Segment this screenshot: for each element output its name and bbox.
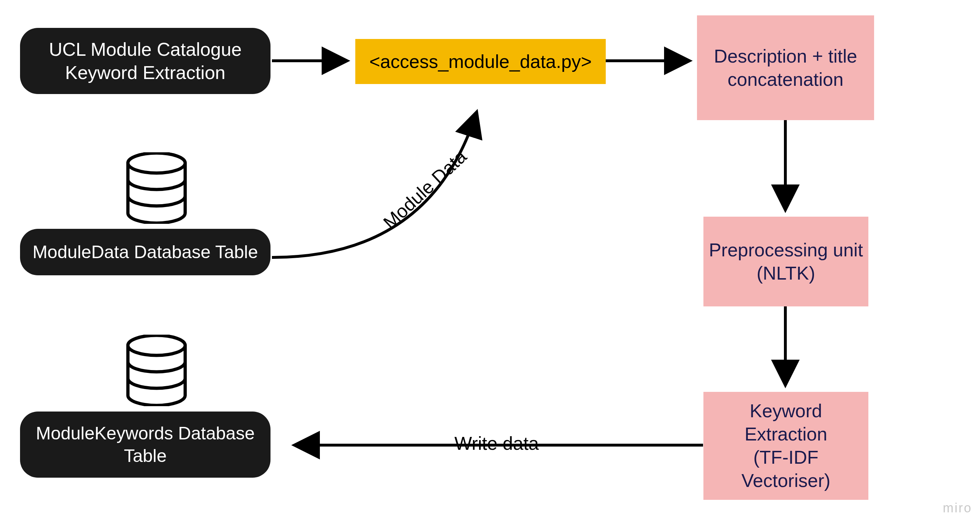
svg-point-3 xyxy=(128,335,185,355)
node-preprocess-line2: (NLTK) xyxy=(757,263,815,284)
arrow-moduledata-to-script xyxy=(272,114,476,257)
node-db-modulekeywords-line1: ModuleKeywords Database xyxy=(36,423,255,443)
node-concat-line2: concatenation xyxy=(728,69,844,90)
node-concat-line1: Description + title xyxy=(714,46,857,67)
miro-watermark: miro xyxy=(943,501,972,516)
node-keyword: Keyword Extraction (TF-IDF Vectoriser) xyxy=(703,392,869,500)
edge-label-write-data: Write data xyxy=(454,433,539,454)
database-icon-modulekeywords xyxy=(125,335,188,408)
node-db-modulekeywords: ModuleKeywords Database Table xyxy=(20,411,270,478)
node-keyword-line3: (TF-IDF xyxy=(754,447,819,468)
database-icon-moduledata xyxy=(125,152,188,225)
node-db-moduledata: ModuleData Database Table xyxy=(20,229,270,275)
node-keyword-line1: Keyword xyxy=(749,400,822,421)
node-preprocess: Preprocessing unit (NLTK) xyxy=(703,217,869,306)
node-script: <access_module_data.py> xyxy=(355,39,606,84)
node-keyword-line4: Vectoriser) xyxy=(741,470,830,491)
node-db-modulekeywords-line2: Table xyxy=(124,446,167,466)
node-start-line2: Keyword Extraction xyxy=(65,62,226,83)
node-concat: Description + title concatenation xyxy=(697,15,874,120)
edge-label-module-data: Module Data xyxy=(379,146,471,233)
svg-point-1 xyxy=(128,153,185,173)
node-start: UCL Module Catalogue Keyword Extraction xyxy=(20,28,270,94)
node-preprocess-line1: Preprocessing unit xyxy=(709,240,863,260)
node-keyword-line2: Extraction xyxy=(745,424,827,444)
node-start-line1: UCL Module Catalogue xyxy=(49,39,242,60)
node-script-label: <access_module_data.py> xyxy=(369,50,592,73)
node-db-moduledata-label: ModuleData Database Table xyxy=(33,241,258,263)
